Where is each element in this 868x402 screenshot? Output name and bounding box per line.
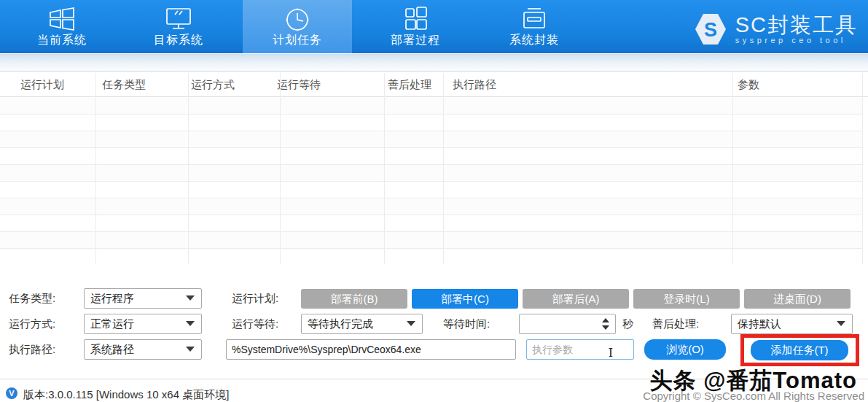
run-plan-label: 运行计划: — [232, 288, 278, 309]
run-wait-label: 运行等待: — [232, 314, 278, 334]
tab-scheduled-tasks[interactable]: 计划任务 — [243, 0, 352, 53]
column-header-run-plan: 运行计划 — [20, 78, 64, 92]
header-gradient-strip — [0, 54, 868, 71]
path-type-select[interactable]: 系统路径 — [84, 339, 202, 360]
brand-hexagon-icon: S — [693, 12, 728, 46]
task-type-label: 任务类型: — [9, 288, 55, 309]
column-divider — [443, 73, 444, 264]
exec-path-label: 执行路径: — [9, 339, 55, 360]
run-plan-at-desktop-button[interactable]: 进桌面(D) — [744, 289, 851, 309]
tab-label: 目标系统 — [124, 33, 233, 48]
nav-bar: 当前系统 目标系统 计划任务 — [0, 0, 868, 53]
exec-params-input[interactable]: 执行参数 I — [526, 339, 634, 360]
column-divider — [862, 73, 863, 264]
version-badge-icon: V — [6, 387, 17, 399]
package-icon — [480, 7, 589, 31]
tab-label: 计划任务 — [243, 33, 352, 48]
app-window: 当前系统 目标系统 计划任务 — [0, 0, 868, 402]
tab-deployment-process[interactable]: 部署过程 — [361, 0, 470, 53]
cleanup-value: 保持默认 — [738, 317, 781, 330]
table-header-row: 运行计划 任务类型 运行方式 运行等待 善后处理 执行路径 参数 — [0, 72, 868, 97]
chevron-down-icon — [837, 321, 845, 326]
tab-label: 部署过程 — [361, 33, 470, 48]
tab-label: 系统封装 — [480, 33, 589, 48]
chevron-down-icon — [186, 347, 195, 352]
tab-system-packaging[interactable]: 系统封装 — [480, 0, 589, 53]
column-header-task-type: 任务类型 — [102, 78, 146, 92]
stepper-up-icon[interactable] — [602, 318, 609, 322]
wait-time-label: 等待时间: — [443, 314, 490, 334]
run-mode-value: 正常运行 — [90, 317, 134, 330]
exec-params-placeholder: 执行参数 — [532, 344, 573, 355]
task-type-value: 运行程序 — [90, 292, 134, 304]
column-divider — [280, 73, 281, 264]
column-header-params: 参数 — [738, 78, 759, 92]
column-divider — [732, 73, 733, 264]
watermark-text: 头条 @番茄Tomato — [650, 366, 857, 396]
column-header-cleanup: 善后处理 — [388, 78, 431, 92]
browse-button[interactable]: 浏览(O) — [644, 339, 726, 360]
run-plan-before-deploy-button[interactable]: 部署前(B) — [301, 289, 407, 309]
stepper-down-icon[interactable] — [602, 325, 609, 330]
run-plan-after-deploy-button[interactable]: 部署后(A) — [523, 289, 629, 309]
column-header-exec-path: 执行路径 — [453, 78, 496, 92]
run-plan-during-deploy-button[interactable]: 部署中(C) — [412, 289, 518, 309]
run-wait-value: 等待执行完成 — [308, 317, 373, 330]
app-logo: S SC封装工具 sysprep ceo tool — [693, 12, 858, 47]
add-task-button[interactable]: 添加任务(T) — [751, 340, 848, 360]
chevron-down-icon — [186, 295, 195, 301]
column-divider — [384, 73, 385, 264]
cleanup-select[interactable]: 保持默认 — [731, 314, 853, 334]
windows-logo-icon — [7, 7, 117, 31]
column-header-run-mode: 运行方式 — [191, 78, 235, 92]
seconds-unit-label: 秒 — [622, 314, 633, 334]
clock-icon — [243, 7, 352, 31]
brand-title: SC封装工具 — [735, 14, 858, 36]
column-divider — [95, 73, 96, 264]
exec-path-value: %SystemDrive%\Sysprep\DrvCeox64.exe — [232, 344, 421, 355]
column-header-run-wait: 运行等待 — [277, 78, 321, 92]
version-text: 版本:3.0.0.115 [Windows 10 x64 桌面环境] — [23, 388, 229, 402]
monitor-icon — [124, 7, 233, 31]
run-mode-select[interactable]: 正常运行 — [84, 314, 202, 334]
path-type-value: 系统路径 — [90, 343, 134, 355]
run-wait-select[interactable]: 等待执行完成 — [301, 314, 423, 334]
cleanup-label: 善后处理: — [652, 314, 699, 334]
task-table: 运行计划 任务类型 运行方式 运行等待 善后处理 执行路径 参数 — [0, 72, 868, 265]
tab-label: 当前系统 — [7, 33, 117, 48]
exec-path-input[interactable]: %SystemDrive%\Sysprep\DrvCeox64.exe — [226, 339, 516, 360]
tab-target-system[interactable]: 目标系统 — [124, 0, 233, 53]
column-divider — [188, 73, 189, 264]
run-mode-label: 运行方式: — [9, 314, 55, 334]
run-plan-at-logon-button[interactable]: 登录时(L) — [633, 289, 740, 309]
chevron-down-icon — [407, 321, 415, 326]
tab-current-system[interactable]: 当前系统 — [7, 0, 117, 53]
brand-subtitle: sysprep ceo tool — [735, 36, 858, 45]
text-cursor-icon: I — [609, 344, 613, 360]
svg-text:S: S — [704, 19, 717, 41]
grid-icon — [361, 7, 470, 31]
chevron-down-icon — [186, 321, 195, 326]
task-type-select[interactable]: 运行程序 — [84, 288, 202, 309]
wait-time-stepper[interactable] — [519, 314, 616, 334]
